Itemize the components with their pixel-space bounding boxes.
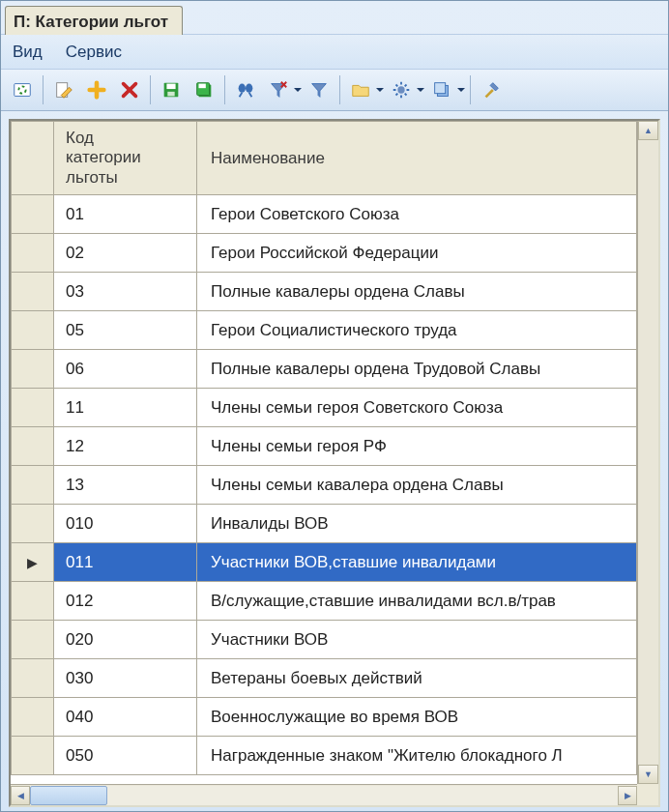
save-button[interactable] (156, 74, 187, 105)
settings-dropdown[interactable] (417, 76, 424, 103)
data-grid[interactable]: Код категории льготы Наименование 01Геро… (11, 121, 637, 775)
tools-button[interactable] (476, 74, 507, 105)
add-button[interactable] (81, 74, 112, 105)
name-cell[interactable]: Члены семьи героя Советского Союза (197, 389, 637, 427)
find-button[interactable] (230, 74, 261, 105)
code-cell[interactable]: 03 (54, 273, 197, 311)
header-selector[interactable] (12, 122, 54, 195)
name-cell[interactable]: Награжденные знаком "Жителю блокадного Л (197, 737, 637, 775)
row-selector-cell[interactable] (12, 234, 54, 273)
row-selector-cell[interactable] (12, 466, 54, 505)
name-cell[interactable]: Полные кавалеры ордена Славы (197, 273, 637, 311)
row-selector-cell[interactable] (12, 737, 54, 775)
code-cell[interactable]: 050 (54, 737, 197, 775)
tab-bar: П: Категории льгот (1, 1, 668, 34)
header-code[interactable]: Код категории льготы (54, 122, 197, 195)
row-selector-cell[interactable] (12, 273, 54, 311)
name-cell[interactable]: Военнослужащие во время ВОВ (197, 698, 637, 737)
copy-button[interactable] (426, 74, 457, 105)
row-selector-cell[interactable] (12, 427, 54, 466)
header-row: Код категории льготы Наименование (12, 122, 637, 195)
row-selector-cell[interactable] (12, 698, 54, 737)
name-cell[interactable]: Участники ВОВ,ставшие инвалидами (197, 543, 637, 582)
code-cell[interactable]: 13 (54, 466, 197, 505)
row-selector-cell[interactable] (12, 582, 54, 621)
menu-bar: Вид Сервис (1, 34, 668, 69)
code-cell[interactable]: 05 (54, 311, 197, 350)
name-cell[interactable]: Герои Советского Союза (197, 195, 637, 234)
name-cell[interactable]: Члены семьи героя РФ (197, 427, 637, 466)
edit-button[interactable] (48, 74, 79, 105)
row-selector-cell[interactable] (12, 350, 54, 389)
row-selector-cell[interactable] (12, 505, 54, 543)
filter-button[interactable] (304, 74, 334, 105)
save-all-button[interactable] (189, 74, 219, 105)
folder-dropdown[interactable] (376, 76, 384, 103)
svg-rect-5 (167, 92, 174, 97)
horizontal-scrollbar[interactable]: ◀ ▶ (11, 784, 637, 805)
table-row[interactable]: 05Герои Социалистического труда (12, 311, 637, 350)
table-row[interactable]: 010Инвалиды ВОВ (12, 505, 637, 543)
code-cell[interactable]: 02 (54, 234, 197, 273)
code-cell[interactable]: 040 (54, 698, 197, 737)
table-row[interactable]: ▶011Участники ВОВ,ставшие инвалидами (12, 543, 637, 582)
hscroll-track[interactable] (30, 786, 618, 805)
table-row[interactable]: 020Участники ВОВ (12, 621, 637, 659)
delete-button[interactable] (114, 74, 145, 105)
scroll-right-button[interactable]: ▶ (618, 786, 637, 805)
code-cell[interactable]: 12 (54, 427, 197, 466)
code-cell[interactable]: 030 (54, 659, 197, 698)
scroll-down-button[interactable]: ▼ (638, 765, 658, 784)
table-row[interactable]: 02Герои Российской Федерации (12, 234, 637, 273)
table-row[interactable]: 12Члены семьи героя РФ (12, 427, 637, 466)
vertical-scrollbar[interactable]: ▲ ▼ (637, 121, 658, 784)
code-cell[interactable]: 010 (54, 505, 197, 543)
folder-button[interactable] (345, 74, 376, 105)
row-selector-cell[interactable]: ▶ (12, 543, 54, 582)
code-cell[interactable]: 011 (54, 543, 197, 582)
filter-cancel-button[interactable] (263, 74, 294, 105)
table-row[interactable]: 06Полные кавалеры ордена Трудовой Славы (12, 350, 637, 389)
name-cell[interactable]: Участники ВОВ (197, 621, 637, 659)
row-selector-cell[interactable] (12, 195, 54, 234)
code-cell[interactable]: 020 (54, 621, 197, 659)
code-cell[interactable]: 06 (54, 350, 197, 389)
svg-rect-8 (199, 84, 206, 89)
row-selector-cell[interactable] (12, 389, 54, 427)
table-row[interactable]: 040Военнослужащие во время ВОВ (12, 698, 637, 737)
menu-service[interactable]: Сервис (66, 43, 122, 62)
code-cell[interactable]: 11 (54, 389, 197, 427)
name-cell[interactable]: Члены семьи кавалера ордена Славы (197, 466, 637, 505)
table-row[interactable]: 012В/служащие,ставшие инвалидами всл.в/т… (12, 582, 637, 621)
code-cell[interactable]: 01 (54, 195, 197, 234)
table-row[interactable]: 13Члены семьи кавалера ордена Славы (12, 466, 637, 505)
table-row[interactable]: 050Награжденные знаком "Жителю блокадног… (12, 737, 637, 775)
name-cell[interactable]: Полные кавалеры ордена Трудовой Славы (197, 350, 637, 389)
table-row[interactable]: 03Полные кавалеры ордена Славы (12, 273, 637, 311)
name-cell[interactable]: Герои Российской Федерации (197, 234, 637, 273)
filter-cancel-dropdown[interactable] (294, 76, 302, 103)
scroll-up-button[interactable]: ▲ (638, 121, 658, 140)
name-cell[interactable]: Герои Социалистического труда (197, 311, 637, 350)
scroll-left-button[interactable]: ◀ (11, 786, 30, 805)
name-cell[interactable]: Инвалиды ВОВ (197, 505, 637, 543)
svg-rect-13 (435, 83, 446, 94)
toolbar (1, 69, 668, 111)
refresh-button[interactable] (7, 74, 38, 105)
menu-view[interactable]: Вид (13, 43, 43, 62)
code-cell[interactable]: 012 (54, 582, 197, 621)
row-selector-cell[interactable] (12, 311, 54, 350)
settings-button[interactable] (386, 74, 417, 105)
name-cell[interactable]: В/служащие,ставшие инвалидами всл.в/трав (197, 582, 637, 621)
name-cell[interactable]: Ветераны боевых действий (197, 659, 637, 698)
window-tab[interactable]: П: Категории льгот (5, 6, 183, 35)
header-name[interactable]: Наименование (197, 122, 637, 195)
copy-dropdown[interactable] (457, 76, 465, 103)
table-row[interactable]: 11Члены семьи героя Советского Союза (12, 389, 637, 427)
row-selector-cell[interactable] (12, 621, 54, 659)
svg-point-9 (239, 84, 246, 93)
hscroll-thumb[interactable] (30, 786, 107, 805)
table-row[interactable]: 01Герои Советского Союза (12, 195, 637, 234)
table-row[interactable]: 030Ветераны боевых действий (12, 659, 637, 698)
row-selector-cell[interactable] (12, 659, 54, 698)
